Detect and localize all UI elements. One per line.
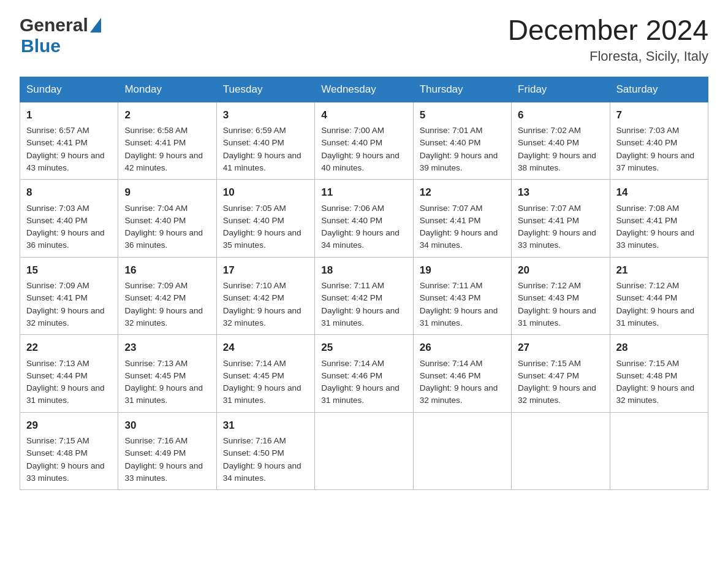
day-number: 5 (420, 107, 505, 123)
calendar-cell: 17Sunrise: 7:10 AMSunset: 4:42 PMDayligh… (216, 257, 314, 335)
calendar-cell (610, 412, 708, 490)
calendar-week-row: 29Sunrise: 7:15 AMSunset: 4:48 PMDayligh… (20, 412, 708, 490)
location-subtitle: Floresta, Sicily, Italy (508, 48, 708, 64)
calendar-cell: 1Sunrise: 6:57 AMSunset: 4:41 PMDaylight… (20, 102, 118, 180)
calendar-table: SundayMondayTuesdayWednesdayThursdayFrid… (20, 77, 708, 491)
calendar-cell: 5Sunrise: 7:01 AMSunset: 4:40 PMDaylight… (413, 102, 511, 180)
day-number: 6 (518, 107, 603, 123)
day-number: 10 (223, 185, 308, 201)
day-number: 3 (223, 107, 308, 123)
column-header-saturday: Saturday (610, 77, 708, 102)
calendar-cell: 20Sunrise: 7:12 AMSunset: 4:43 PMDayligh… (512, 257, 610, 335)
column-header-friday: Friday (512, 77, 610, 102)
logo-triangle-icon (90, 18, 101, 33)
day-number: 22 (26, 340, 112, 356)
calendar-week-row: 15Sunrise: 7:09 AMSunset: 4:41 PMDayligh… (20, 257, 708, 335)
column-header-sunday: Sunday (20, 77, 118, 102)
page-header: General Blue December 2024 Floresta, Sic… (20, 15, 708, 64)
calendar-cell: 12Sunrise: 7:07 AMSunset: 4:41 PMDayligh… (413, 180, 511, 258)
day-number: 2 (124, 107, 210, 123)
day-number: 8 (26, 185, 112, 201)
day-number: 28 (616, 340, 702, 356)
day-number: 21 (616, 262, 702, 278)
logo: General Blue (20, 15, 101, 56)
calendar-cell: 8Sunrise: 7:03 AMSunset: 4:40 PMDaylight… (20, 180, 118, 258)
calendar-cell: 4Sunrise: 7:00 AMSunset: 4:40 PMDaylight… (315, 102, 413, 180)
calendar-week-row: 8Sunrise: 7:03 AMSunset: 4:40 PMDaylight… (20, 180, 708, 258)
calendar-header-row: SundayMondayTuesdayWednesdayThursdayFrid… (20, 77, 708, 102)
calendar-cell: 19Sunrise: 7:11 AMSunset: 4:43 PMDayligh… (413, 257, 511, 335)
calendar-cell: 7Sunrise: 7:03 AMSunset: 4:40 PMDaylight… (610, 102, 708, 180)
day-number: 26 (420, 340, 505, 356)
column-header-monday: Monday (118, 77, 216, 102)
day-number: 12 (420, 185, 505, 201)
calendar-cell: 21Sunrise: 7:12 AMSunset: 4:44 PMDayligh… (610, 257, 708, 335)
calendar-cell: 15Sunrise: 7:09 AMSunset: 4:41 PMDayligh… (20, 257, 118, 335)
calendar-cell: 10Sunrise: 7:05 AMSunset: 4:40 PMDayligh… (216, 180, 314, 258)
day-number: 9 (124, 185, 210, 201)
day-number: 16 (124, 262, 210, 278)
day-number: 17 (223, 262, 308, 278)
calendar-cell: 2Sunrise: 6:58 AMSunset: 4:41 PMDaylight… (118, 102, 216, 180)
calendar-week-row: 22Sunrise: 7:13 AMSunset: 4:44 PMDayligh… (20, 335, 708, 413)
calendar-cell: 23Sunrise: 7:13 AMSunset: 4:45 PMDayligh… (118, 335, 216, 413)
day-number: 11 (321, 185, 406, 201)
calendar-cell: 28Sunrise: 7:15 AMSunset: 4:48 PMDayligh… (610, 335, 708, 413)
calendar-cell: 30Sunrise: 7:16 AMSunset: 4:49 PMDayligh… (118, 412, 216, 490)
logo-general-text: General (20, 15, 88, 36)
svg-marker-0 (90, 18, 101, 33)
calendar-cell: 3Sunrise: 6:59 AMSunset: 4:40 PMDaylight… (216, 102, 314, 180)
day-number: 7 (616, 107, 702, 123)
calendar-cell: 14Sunrise: 7:08 AMSunset: 4:41 PMDayligh… (610, 180, 708, 258)
calendar-cell: 18Sunrise: 7:11 AMSunset: 4:42 PMDayligh… (315, 257, 413, 335)
calendar-cell (512, 412, 610, 490)
day-number: 25 (321, 340, 406, 356)
calendar-cell: 26Sunrise: 7:14 AMSunset: 4:46 PMDayligh… (413, 335, 511, 413)
logo-blue-text: Blue (21, 36, 61, 56)
column-header-wednesday: Wednesday (315, 77, 413, 102)
day-number: 20 (518, 262, 603, 278)
calendar-cell: 13Sunrise: 7:07 AMSunset: 4:41 PMDayligh… (512, 180, 610, 258)
column-header-thursday: Thursday (413, 77, 511, 102)
day-number: 1 (26, 107, 112, 123)
calendar-cell: 25Sunrise: 7:14 AMSunset: 4:46 PMDayligh… (315, 335, 413, 413)
month-year-title: December 2024 (508, 15, 708, 46)
column-header-tuesday: Tuesday (216, 77, 314, 102)
day-number: 30 (124, 418, 210, 434)
day-number: 13 (518, 185, 603, 201)
calendar-cell: 27Sunrise: 7:15 AMSunset: 4:47 PMDayligh… (512, 335, 610, 413)
day-number: 23 (124, 340, 210, 356)
day-number: 18 (321, 262, 406, 278)
calendar-cell: 16Sunrise: 7:09 AMSunset: 4:42 PMDayligh… (118, 257, 216, 335)
calendar-cell: 6Sunrise: 7:02 AMSunset: 4:40 PMDaylight… (512, 102, 610, 180)
calendar-cell (315, 412, 413, 490)
day-number: 29 (26, 418, 112, 434)
day-number: 27 (518, 340, 603, 356)
calendar-cell: 9Sunrise: 7:04 AMSunset: 4:40 PMDaylight… (118, 180, 216, 258)
calendar-cell (413, 412, 511, 490)
calendar-cell: 31Sunrise: 7:16 AMSunset: 4:50 PMDayligh… (216, 412, 314, 490)
day-number: 14 (616, 185, 702, 201)
title-block: December 2024 Floresta, Sicily, Italy (508, 15, 708, 64)
calendar-cell: 24Sunrise: 7:14 AMSunset: 4:45 PMDayligh… (216, 335, 314, 413)
calendar-cell: 22Sunrise: 7:13 AMSunset: 4:44 PMDayligh… (20, 335, 118, 413)
day-number: 31 (223, 418, 308, 434)
calendar-week-row: 1Sunrise: 6:57 AMSunset: 4:41 PMDaylight… (20, 102, 708, 180)
day-number: 15 (26, 262, 112, 278)
day-number: 24 (223, 340, 308, 356)
day-number: 4 (321, 107, 406, 123)
calendar-cell: 11Sunrise: 7:06 AMSunset: 4:40 PMDayligh… (315, 180, 413, 258)
day-number: 19 (420, 262, 505, 278)
calendar-cell: 29Sunrise: 7:15 AMSunset: 4:48 PMDayligh… (20, 412, 118, 490)
